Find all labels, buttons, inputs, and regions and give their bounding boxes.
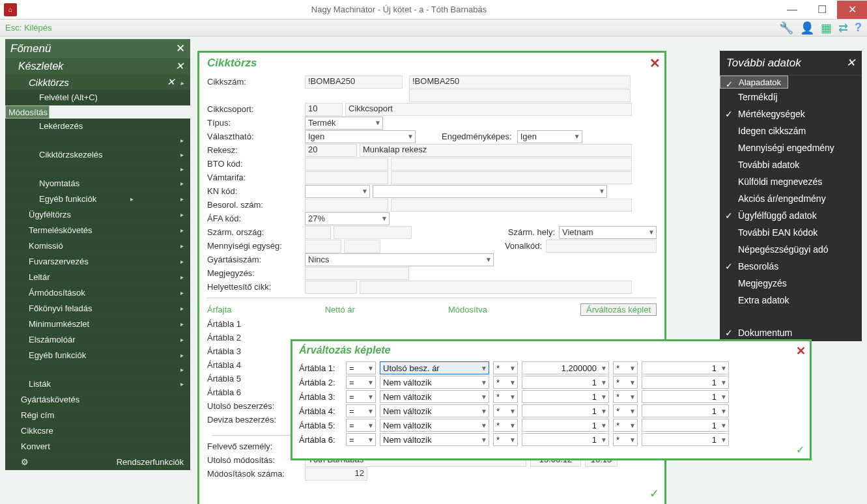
rekesz-code[interactable]: 20: [305, 144, 357, 157]
op2-select[interactable]: *▼: [613, 419, 638, 432]
menu-item-modositas[interactable]: Módosítás: [5, 105, 50, 119]
besorol-input[interactable]: [305, 199, 388, 212]
kn-select[interactable]: ▼: [305, 185, 370, 198]
source-select[interactable]: Nem változik▼: [380, 433, 489, 446]
eq-select[interactable]: =▼: [346, 376, 376, 389]
wrench-icon[interactable]: 🔧: [779, 21, 793, 35]
flyout-item[interactable]: Megjegyzés: [720, 275, 862, 292]
flyout-item[interactable]: Ügyfélfüggő adatok: [720, 207, 862, 224]
op1-select[interactable]: *▼: [493, 419, 518, 432]
menu-item-rendszer[interactable]: ⚙ Rendszerfunkciók: [5, 455, 190, 470]
menu-item-egyebl2[interactable]: Egyéb funkciók▸: [5, 348, 190, 363]
menu-item-cikktorzkez[interactable]: Cikktörzskezelés▸: [5, 147, 190, 163]
eq-select[interactable]: =▼: [346, 390, 376, 403]
eq-select[interactable]: =▼: [346, 404, 376, 417]
menu-item-leltar[interactable]: Leltár▸: [5, 270, 190, 285]
val1-input[interactable]: 1▼: [522, 433, 609, 446]
menu-item-gyartas[interactable]: Gyártáskövetés: [5, 392, 190, 408]
menny-input[interactable]: [305, 240, 341, 253]
close-icon[interactable]: ✕: [175, 60, 184, 72]
source-select[interactable]: Nem változik▼: [380, 390, 489, 403]
op2-select[interactable]: *▼: [613, 376, 638, 389]
source-select[interactable]: Nem változik▼: [380, 376, 489, 389]
val1-input[interactable]: 1▼: [522, 390, 609, 403]
user-icon[interactable]: 👤: [800, 21, 814, 35]
menu-item-cikkcsre[interactable]: Cikkcsre: [5, 423, 190, 439]
menu-item-minkeszlet[interactable]: Minimumkészlet▸: [5, 316, 190, 332]
source-select[interactable]: Nem változik▼: [380, 404, 489, 417]
vonalkod-input[interactable]: [546, 240, 657, 253]
cikkszam-code[interactable]: !BOMBA250: [305, 76, 403, 89]
ok-tick-icon[interactable]: ✓: [649, 486, 659, 501]
menu-item-regicim[interactable]: Régi cím: [5, 408, 190, 423]
vamtarifa-name[interactable]: [391, 171, 632, 184]
op1-select[interactable]: *▼: [493, 433, 518, 446]
menu-item-fokonyvi[interactable]: Főkönyvi feladás▸: [5, 301, 190, 316]
close-icon[interactable]: ✕: [176, 42, 185, 55]
val2-input[interactable]: 1▼: [642, 433, 729, 446]
bto-input[interactable]: [305, 158, 388, 171]
flyout-item[interactable]: Külföldi megnevezés: [720, 173, 862, 190]
source-select[interactable]: Utolsó besz. ár▼: [380, 361, 489, 374]
source-select[interactable]: Nem változik▼: [380, 419, 489, 432]
menny-input2[interactable]: [344, 240, 380, 253]
kn-name-select[interactable]: ▼: [373, 185, 607, 198]
flyout-item[interactable]: Mértékegységek: [720, 105, 862, 122]
cikkszam-name2[interactable]: [409, 89, 631, 102]
tipus-select[interactable]: Termék▼: [305, 117, 383, 130]
eq-select[interactable]: =▼: [346, 361, 376, 374]
val2-input[interactable]: 1▼: [642, 361, 729, 374]
op2-select[interactable]: *▼: [613, 404, 638, 417]
menu-item-konvert[interactable]: Konvert: [5, 439, 190, 455]
op1-select[interactable]: *▼: [493, 390, 518, 403]
vamtarifa-input[interactable]: [305, 171, 388, 184]
cikkcsoport-name[interactable]: Cikkcsoport: [345, 103, 632, 116]
minimize-button[interactable]: —: [777, 1, 807, 19]
szorszag-name[interactable]: [334, 226, 412, 239]
val2-input[interactable]: 1▼: [642, 404, 729, 417]
esc-exit-label[interactable]: Esc: Kilépés: [5, 23, 52, 33]
op2-select[interactable]: *▼: [613, 390, 638, 403]
menu-item-felvetel[interactable]: Felvétel (Alt+C): [5, 90, 190, 105]
szhely-select[interactable]: Vietnam▼: [559, 226, 657, 239]
menu-item-ugyfel[interactable]: Ügyféltörzs▸: [5, 207, 190, 223]
engedmeny-select[interactable]: Igen▼: [517, 130, 582, 143]
flyout-item[interactable]: Termékdíj: [720, 89, 862, 105]
hely-code[interactable]: [305, 281, 357, 294]
hely-name[interactable]: [360, 281, 632, 294]
close-icon[interactable]: ✕: [167, 76, 175, 87]
menu-item-elszamolo[interactable]: Elszámolóár▸: [5, 332, 190, 348]
flyout-item[interactable]: További adatok: [720, 156, 862, 173]
szorszag-code[interactable]: [305, 226, 331, 239]
cikkszam-name[interactable]: !BOMBA250: [409, 76, 631, 89]
panel-close-icon[interactable]: ✕: [649, 55, 661, 71]
flyout-item[interactable]: Alapadatok: [720, 76, 788, 89]
cikkcsoport-code[interactable]: 10: [305, 103, 343, 116]
sync-icon[interactable]: ⇄: [838, 21, 848, 35]
val1-input[interactable]: 1▼: [522, 376, 609, 389]
close-button[interactable]: ✕: [837, 1, 867, 19]
val2-input[interactable]: 1▼: [642, 390, 729, 403]
val1-input[interactable]: 1▼: [522, 404, 609, 417]
val2-input[interactable]: 1▼: [642, 376, 729, 389]
menu-item-egyeb[interactable]: Egyéb funkciók▸▸: [5, 191, 190, 207]
flyout-close-icon[interactable]: ✕: [846, 56, 855, 70]
op1-select[interactable]: *▼: [493, 376, 518, 389]
help-icon[interactable]: ?: [855, 21, 862, 35]
eq-select[interactable]: =▼: [346, 433, 376, 446]
rekesz-name[interactable]: Munkalap rekesz: [360, 144, 632, 157]
menu-item-nyomtatas[interactable]: Nyomtatás▸: [5, 176, 190, 191]
popup-close-icon[interactable]: ✕: [796, 344, 806, 358]
menu-header-keszletek[interactable]: Készletek✕: [5, 58, 190, 74]
grid-icon[interactable]: ▦: [821, 21, 832, 35]
menu-header-cikktorzs[interactable]: Cikktörzs✕ ▸: [5, 74, 190, 90]
op2-select[interactable]: *▼: [613, 433, 638, 446]
op1-select[interactable]: *▼: [493, 361, 518, 374]
flyout-item[interactable]: Akciós ár/engedmény: [720, 190, 862, 207]
arvaltozas-keplet-button[interactable]: Árváltozás képlet: [580, 303, 657, 316]
gyartasi-select[interactable]: Nincs▼: [305, 253, 494, 266]
flyout-item[interactable]: További EAN kódok: [720, 224, 862, 241]
val1-input[interactable]: 1▼: [522, 419, 609, 432]
op2-select[interactable]: *▼: [613, 361, 638, 374]
popup-ok-icon[interactable]: ✓: [796, 443, 804, 456]
